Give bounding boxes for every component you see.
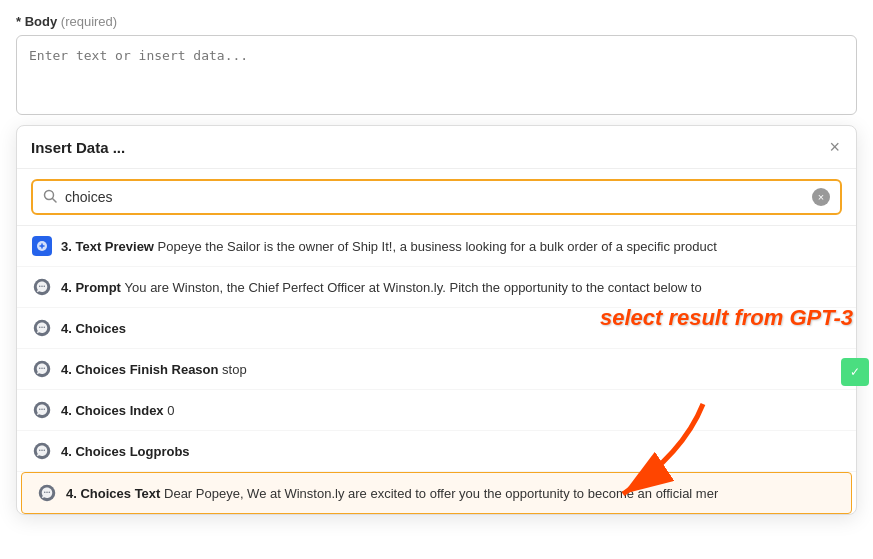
- result-text: 4. Prompt You are Winston, the Chief Per…: [61, 280, 702, 295]
- result-label: 3. Text Preview: [61, 239, 158, 254]
- svg-point-25: [46, 492, 48, 494]
- svg-point-12: [39, 368, 41, 370]
- result-item[interactable]: 4. Choices Text Dear Popeye, We at Winst…: [21, 472, 852, 514]
- svg-point-10: [44, 327, 46, 329]
- result-text: 4. Choices Index 0: [61, 403, 174, 418]
- modal-header: Insert Data ... ×: [17, 126, 856, 169]
- side-nav: ✓: [837, 350, 873, 394]
- svg-point-24: [44, 492, 46, 494]
- result-item[interactable]: 4. Choices Index 0: [17, 390, 856, 431]
- result-item[interactable]: 4. Choices: [17, 308, 856, 349]
- body-label-text: * Body: [16, 14, 57, 29]
- gpt-icon: [31, 276, 53, 298]
- search-container: ×: [17, 169, 856, 226]
- svg-point-8: [39, 327, 41, 329]
- result-text: 4. Choices Logprobs: [61, 444, 190, 459]
- result-item[interactable]: 4. Choices Finish Reason stop: [17, 349, 856, 390]
- side-nav-item-check[interactable]: ✓: [841, 358, 869, 386]
- svg-point-20: [39, 450, 41, 452]
- gpt-icon: [31, 358, 53, 380]
- result-text: 4. Choices Finish Reason stop: [61, 362, 247, 377]
- svg-point-9: [41, 327, 43, 329]
- result-text: 4. Choices: [61, 321, 126, 336]
- svg-point-16: [39, 409, 41, 411]
- connector-icon: [31, 235, 53, 257]
- svg-point-5: [41, 286, 43, 288]
- body-required: (required): [61, 14, 117, 29]
- result-label: 4. Choices: [61, 321, 126, 336]
- result-item[interactable]: 4. Prompt You are Winston, the Chief Per…: [17, 267, 856, 308]
- search-wrapper: ×: [31, 179, 842, 215]
- modal-title: Insert Data ...: [31, 139, 125, 156]
- results-list: 3. Text Preview Popeye the Sailor is the…: [17, 226, 856, 514]
- gpt-icon: [31, 440, 53, 462]
- svg-point-13: [41, 368, 43, 370]
- svg-line-1: [53, 198, 57, 202]
- clear-search-button[interactable]: ×: [812, 188, 830, 206]
- svg-point-14: [44, 368, 46, 370]
- body-label: * Body (required): [16, 14, 857, 29]
- svg-point-17: [41, 409, 43, 411]
- search-input[interactable]: [65, 189, 812, 205]
- svg-point-22: [44, 450, 46, 452]
- main-container: * Body (required) Insert Data ... × ×: [0, 0, 873, 559]
- result-item[interactable]: 4. Choices Logprobs: [17, 431, 856, 472]
- body-section: * Body (required): [0, 0, 873, 115]
- insert-data-modal: Insert Data ... × × 3. Text Preview Pope…: [16, 125, 857, 515]
- result-item[interactable]: 3. Text Preview Popeye the Sailor is the…: [17, 226, 856, 267]
- gpt-icon: [36, 482, 58, 504]
- result-label: 4. Choices Index: [61, 403, 167, 418]
- svg-point-18: [44, 409, 46, 411]
- search-icon: [43, 189, 57, 206]
- svg-point-6: [44, 286, 46, 288]
- svg-point-21: [41, 450, 43, 452]
- svg-point-26: [49, 492, 51, 494]
- modal-close-button[interactable]: ×: [827, 138, 842, 156]
- svg-point-4: [39, 286, 41, 288]
- result-label: 4. Prompt: [61, 280, 125, 295]
- result-text: 4. Choices Text Dear Popeye, We at Winst…: [66, 486, 718, 501]
- body-textarea[interactable]: [16, 35, 857, 115]
- result-text: 3. Text Preview Popeye the Sailor is the…: [61, 239, 717, 254]
- result-label: 4. Choices Logprobs: [61, 444, 190, 459]
- result-label: 4. Choices Finish Reason: [61, 362, 222, 377]
- result-label: 4. Choices Text: [66, 486, 164, 501]
- gpt-icon: [31, 399, 53, 421]
- gpt-icon: [31, 317, 53, 339]
- check-icon: ✓: [850, 365, 860, 379]
